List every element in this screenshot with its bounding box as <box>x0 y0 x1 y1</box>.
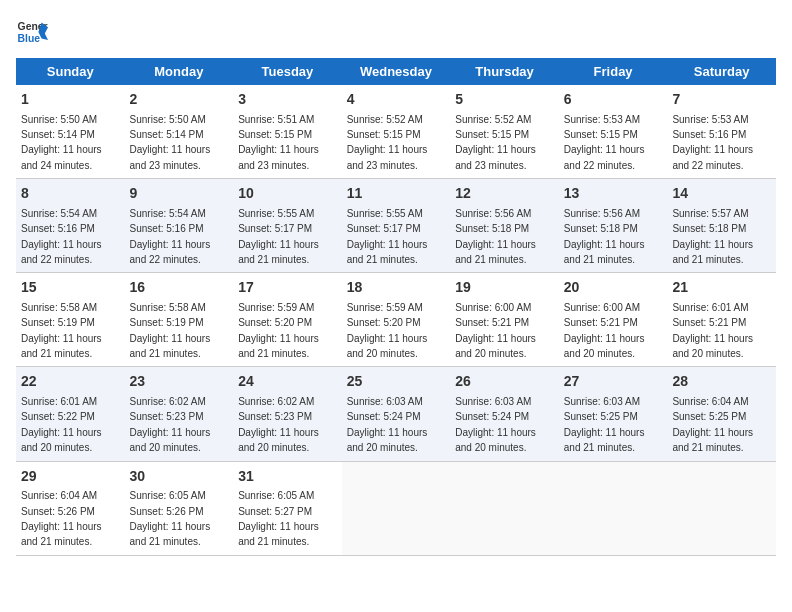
logo: General Blue <box>16 16 48 48</box>
day-sunrise: Sunrise: 6:01 AM <box>672 302 748 313</box>
day-sunset: Sunset: 5:26 PM <box>21 506 95 517</box>
calendar-cell <box>342 461 451 555</box>
calendar-cell: 11Sunrise: 5:55 AMSunset: 5:17 PMDayligh… <box>342 179 451 273</box>
day-sunrise: Sunrise: 6:03 AM <box>347 396 423 407</box>
day-daylight: Daylight: 11 hours and 20 minutes. <box>672 333 753 359</box>
day-sunrise: Sunrise: 5:58 AM <box>21 302 97 313</box>
day-daylight: Daylight: 11 hours and 22 minutes. <box>130 239 211 265</box>
calendar-cell: 24Sunrise: 6:02 AMSunset: 5:23 PMDayligh… <box>233 367 342 461</box>
calendar-cell: 20Sunrise: 6:00 AMSunset: 5:21 PMDayligh… <box>559 273 668 367</box>
calendar-cell: 10Sunrise: 5:55 AMSunset: 5:17 PMDayligh… <box>233 179 342 273</box>
day-sunrise: Sunrise: 5:54 AM <box>130 208 206 219</box>
day-sunset: Sunset: 5:21 PM <box>564 317 638 328</box>
day-sunrise: Sunrise: 6:03 AM <box>564 396 640 407</box>
day-daylight: Daylight: 11 hours and 21 minutes. <box>564 427 645 453</box>
day-number: 7 <box>672 90 771 110</box>
day-sunrise: Sunrise: 6:05 AM <box>130 490 206 501</box>
day-number: 3 <box>238 90 337 110</box>
day-sunset: Sunset: 5:15 PM <box>564 129 638 140</box>
day-number: 23 <box>130 372 229 392</box>
day-sunrise: Sunrise: 5:52 AM <box>347 114 423 125</box>
day-daylight: Daylight: 11 hours and 20 minutes. <box>130 427 211 453</box>
page-header: General Blue <box>16 16 776 48</box>
day-number: 16 <box>130 278 229 298</box>
day-sunrise: Sunrise: 6:02 AM <box>130 396 206 407</box>
day-sunrise: Sunrise: 5:50 AM <box>21 114 97 125</box>
day-number: 19 <box>455 278 554 298</box>
calendar-cell: 13Sunrise: 5:56 AMSunset: 5:18 PMDayligh… <box>559 179 668 273</box>
day-daylight: Daylight: 11 hours and 23 minutes. <box>130 144 211 170</box>
day-sunset: Sunset: 5:26 PM <box>130 506 204 517</box>
calendar-cell: 15Sunrise: 5:58 AMSunset: 5:19 PMDayligh… <box>16 273 125 367</box>
calendar-cell: 23Sunrise: 6:02 AMSunset: 5:23 PMDayligh… <box>125 367 234 461</box>
day-daylight: Daylight: 11 hours and 21 minutes. <box>564 239 645 265</box>
day-sunset: Sunset: 5:17 PM <box>238 223 312 234</box>
day-sunrise: Sunrise: 5:55 AM <box>238 208 314 219</box>
day-sunrise: Sunrise: 6:04 AM <box>21 490 97 501</box>
day-sunset: Sunset: 5:22 PM <box>21 411 95 422</box>
day-sunrise: Sunrise: 6:04 AM <box>672 396 748 407</box>
day-number: 10 <box>238 184 337 204</box>
calendar-cell: 21Sunrise: 6:01 AMSunset: 5:21 PMDayligh… <box>667 273 776 367</box>
day-daylight: Daylight: 11 hours and 21 minutes. <box>672 427 753 453</box>
day-sunrise: Sunrise: 6:00 AM <box>455 302 531 313</box>
calendar-week-1: 1Sunrise: 5:50 AMSunset: 5:14 PMDaylight… <box>16 85 776 179</box>
day-daylight: Daylight: 11 hours and 23 minutes. <box>347 144 428 170</box>
day-sunset: Sunset: 5:24 PM <box>455 411 529 422</box>
day-daylight: Daylight: 11 hours and 22 minutes. <box>21 239 102 265</box>
day-sunrise: Sunrise: 5:58 AM <box>130 302 206 313</box>
day-sunrise: Sunrise: 5:50 AM <box>130 114 206 125</box>
day-daylight: Daylight: 11 hours and 21 minutes. <box>672 239 753 265</box>
day-number: 4 <box>347 90 446 110</box>
day-sunrise: Sunrise: 5:53 AM <box>672 114 748 125</box>
day-number: 26 <box>455 372 554 392</box>
day-sunset: Sunset: 5:15 PM <box>455 129 529 140</box>
day-daylight: Daylight: 11 hours and 20 minutes. <box>564 333 645 359</box>
day-number: 11 <box>347 184 446 204</box>
day-number: 31 <box>238 467 337 487</box>
day-number: 9 <box>130 184 229 204</box>
day-number: 15 <box>21 278 120 298</box>
day-sunset: Sunset: 5:14 PM <box>130 129 204 140</box>
day-number: 24 <box>238 372 337 392</box>
day-sunrise: Sunrise: 6:03 AM <box>455 396 531 407</box>
day-sunset: Sunset: 5:14 PM <box>21 129 95 140</box>
day-number: 13 <box>564 184 663 204</box>
day-sunrise: Sunrise: 5:51 AM <box>238 114 314 125</box>
day-sunset: Sunset: 5:15 PM <box>238 129 312 140</box>
calendar-cell: 16Sunrise: 5:58 AMSunset: 5:19 PMDayligh… <box>125 273 234 367</box>
day-sunset: Sunset: 5:18 PM <box>455 223 529 234</box>
day-sunset: Sunset: 5:25 PM <box>564 411 638 422</box>
calendar-cell: 9Sunrise: 5:54 AMSunset: 5:16 PMDaylight… <box>125 179 234 273</box>
calendar-cell: 2Sunrise: 5:50 AMSunset: 5:14 PMDaylight… <box>125 85 234 179</box>
day-sunset: Sunset: 5:15 PM <box>347 129 421 140</box>
weekday-header-row: SundayMondayTuesdayWednesdayThursdayFrid… <box>16 58 776 85</box>
calendar-cell: 12Sunrise: 5:56 AMSunset: 5:18 PMDayligh… <box>450 179 559 273</box>
day-sunrise: Sunrise: 5:56 AM <box>455 208 531 219</box>
day-sunrise: Sunrise: 5:59 AM <box>238 302 314 313</box>
day-daylight: Daylight: 11 hours and 21 minutes. <box>455 239 536 265</box>
day-sunrise: Sunrise: 5:56 AM <box>564 208 640 219</box>
day-daylight: Daylight: 11 hours and 24 minutes. <box>21 144 102 170</box>
day-number: 5 <box>455 90 554 110</box>
calendar-cell: 7Sunrise: 5:53 AMSunset: 5:16 PMDaylight… <box>667 85 776 179</box>
weekday-header-monday: Monday <box>125 58 234 85</box>
calendar-week-4: 22Sunrise: 6:01 AMSunset: 5:22 PMDayligh… <box>16 367 776 461</box>
day-sunset: Sunset: 5:18 PM <box>672 223 746 234</box>
day-daylight: Daylight: 11 hours and 22 minutes. <box>672 144 753 170</box>
day-number: 1 <box>21 90 120 110</box>
day-number: 2 <box>130 90 229 110</box>
day-sunrise: Sunrise: 6:02 AM <box>238 396 314 407</box>
day-daylight: Daylight: 11 hours and 21 minutes. <box>130 333 211 359</box>
day-sunrise: Sunrise: 5:52 AM <box>455 114 531 125</box>
day-number: 12 <box>455 184 554 204</box>
calendar-cell: 6Sunrise: 5:53 AMSunset: 5:15 PMDaylight… <box>559 85 668 179</box>
day-number: 29 <box>21 467 120 487</box>
day-daylight: Daylight: 11 hours and 21 minutes. <box>347 239 428 265</box>
calendar-cell: 29Sunrise: 6:04 AMSunset: 5:26 PMDayligh… <box>16 461 125 555</box>
day-daylight: Daylight: 11 hours and 21 minutes. <box>21 521 102 547</box>
day-number: 27 <box>564 372 663 392</box>
calendar-cell: 26Sunrise: 6:03 AMSunset: 5:24 PMDayligh… <box>450 367 559 461</box>
calendar-cell: 22Sunrise: 6:01 AMSunset: 5:22 PMDayligh… <box>16 367 125 461</box>
calendar-cell: 30Sunrise: 6:05 AMSunset: 5:26 PMDayligh… <box>125 461 234 555</box>
